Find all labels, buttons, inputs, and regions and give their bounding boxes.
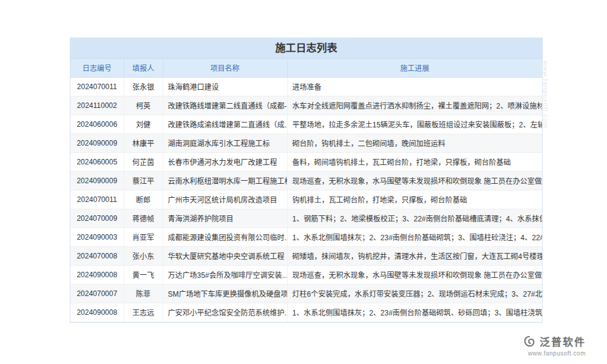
cell-id[interactable]: 2024060005 — [70, 152, 124, 171]
cell-id[interactable]: 2024090009 — [70, 171, 124, 190]
cell-progress: 水车对全线遮阳网覆盖点进行洒水抑制扬尘，裸土覆盖遮阳网；2、喷淋设施材料... — [287, 96, 542, 115]
column-header-progress[interactable]: 施工进展 — [287, 59, 542, 77]
cell-reporter[interactable]: 蔡江平 — [124, 171, 163, 190]
cell-reporter[interactable]: 刘健 — [124, 115, 163, 133]
cell-reporter[interactable]: 何芷茵 — [124, 152, 163, 171]
brand-name: 泛普软件 — [540, 334, 586, 349]
construction-log-panel: 施工日志列表 日志编号 填报人 项目名称 施工进展 2024070011张永银珠… — [70, 38, 543, 323]
cell-reporter[interactable]: 张小东 — [124, 246, 163, 265]
cell-id[interactable]: 2024090008 — [70, 303, 124, 322]
table-row: 2024070008张小东华软大厦研究基地中央空调系统工程砌矮墙，抹间墙灰，钩机… — [70, 246, 542, 265]
table-row: 2024090009林康平湖南洞庭湖水库引水工程施工标砌台阶，钩机排土，二包砌间… — [70, 133, 542, 152]
cell-reporter[interactable]: 张永银 — [124, 77, 163, 96]
table-row: 2024070007陈菲SM广场地下车库更换摄像机及硬盘项目灯柱6个安装完成，水… — [70, 284, 542, 303]
cell-project[interactable]: 广安邓小平纪念馆安全防范系统维护... — [163, 303, 287, 322]
brand-watermark: 泛普软件 www.fanpusoft.com — [523, 334, 586, 357]
cell-project[interactable]: 广州市天河区统计局机房改造项目 — [163, 190, 287, 209]
cell-reporter[interactable]: 肖亚军 — [124, 228, 163, 246]
cell-progress: 钩机排土，瓦工砌台阶，打地梁，只撑板，砌台阶基础 — [287, 190, 542, 209]
table-row: 2024090003肖亚军成都能源建设集团投资有限公司临时...1、水系北侧围墙… — [70, 228, 542, 246]
cell-project[interactable]: 改建铁路线增建第二线直通线（成都-... — [163, 96, 287, 115]
cell-id[interactable]: 2024060006 — [70, 115, 124, 133]
cell-progress: 砌矮墙，抹间墙灰，钩机挖井，清理水井，生活区按门窗，大连瓦工砌4号楼理石板 — [287, 246, 542, 265]
column-header-project-name[interactable]: 项目名称 — [163, 59, 287, 77]
cell-project[interactable]: 华软大厦研究基地中央空调系统工程 — [163, 246, 287, 265]
cell-reporter[interactable]: 陈菲 — [124, 284, 163, 303]
cell-id[interactable]: 2024070007 — [70, 284, 124, 303]
cell-id[interactable]: 2024070009 — [70, 209, 124, 228]
cell-reporter[interactable]: 王志远 — [124, 303, 163, 322]
cell-progress: 现场巡查，无积水现象，水马围壁等未发现损坏和吹倒现象 施工员在办公室做内... — [287, 265, 542, 284]
cell-project[interactable]: 湖南洞庭湖水库引水工程施工标 — [163, 133, 287, 152]
table-row: 2024090008黄一飞万达广场35#会所及咖啡厅空调安装...现场巡查，无积… — [70, 265, 542, 284]
cell-reporter[interactable]: 断郎 — [124, 190, 163, 209]
cell-reporter[interactable]: 柯英 — [124, 96, 163, 115]
cell-reporter[interactable]: 蒋德帧 — [124, 209, 163, 228]
cell-progress: 1、水系北侧围墙抹灰；2、23#南侧台阶基础砌筑、砂砾回填；3、围墙柱浇筑1..… — [287, 303, 542, 322]
cell-project[interactable]: 云南水利枢纽潜明水库一期工程施工标 — [163, 171, 287, 190]
cell-id[interactable]: 2024070008 — [70, 246, 124, 265]
log-table-body: 2024070011张永银珠海鹤港口建设进场准备2024110002柯英改建铁路… — [70, 77, 542, 322]
cell-id[interactable]: 2024070011 — [70, 77, 124, 96]
cell-id[interactable]: 2024070011 — [70, 190, 124, 209]
table-row: 2024090009蔡江平云南水利枢纽潜明水库一期工程施工标现场巡查，无积水现象… — [70, 171, 542, 190]
cell-reporter[interactable]: 林康平 — [124, 133, 163, 152]
cell-progress: 备料，砌间墙钩机排土，瓦工砌台阶，打地梁，只撑板，砌台阶基础 — [287, 152, 542, 171]
column-header-log-id[interactable]: 日志编号 — [70, 59, 124, 77]
cell-progress: 进场准备 — [287, 77, 542, 96]
side-watermark: www.fanpusoft.com — [542, 61, 549, 129]
table-row: 2024110002柯英改建铁路线增建第二线直通线（成都-...水车对全线遮阳网… — [70, 96, 542, 115]
construction-log-table: 日志编号 填报人 项目名称 施工进展 2024070011张永银珠海鹤港口建设进… — [70, 59, 542, 322]
cell-id[interactable]: 2024090009 — [70, 133, 124, 152]
table-row: 2024070009蒋德帧青海洪湖养护院项目1、钢筋下料；2、地梁模板校正；3、… — [70, 209, 542, 228]
cell-id[interactable]: 2024090003 — [70, 228, 124, 246]
cell-progress: 1、水系北侧围墙抹灰；2、23#南侧台阶基础砌筑；3、围墙柱砼浇注；4、22#.… — [287, 228, 542, 246]
cell-id[interactable]: 2024090008 — [70, 265, 124, 284]
fanpu-logo-icon — [523, 335, 536, 348]
cell-project[interactable]: 成都能源建设集团投资有限公司临时... — [163, 228, 287, 246]
cell-project[interactable]: 青海洪湖养护院项目 — [163, 209, 287, 228]
brand-url: www.fanpusoft.com — [523, 350, 586, 357]
page-title: 施工日志列表 — [70, 38, 542, 59]
cell-progress: 灯柱6个安装完成，水系灯带安装变压器；2、现场倒运石材未完成；3、27#北侧..… — [287, 284, 542, 303]
table-row: 2024060005何芷茵长春市伊通河水力发电厂改建工程备料，砌间墙钩机排土，瓦… — [70, 152, 542, 171]
cell-progress: 现场巡查，无积水现象，水马围壁等未发现损坏和吹倒现象 施工员在办公室做内... — [287, 171, 542, 190]
cell-project[interactable]: 改建铁路成渝线增建第二直通线（成... — [163, 115, 287, 133]
cell-progress: 1、钢筋下料；2、地梁模板校正；3、22#南侧台阶基础槽底清理；4、水系抹保..… — [287, 209, 542, 228]
table-row: 2024060006刘健改建铁路成渝线增建第二直通线（成...平整场地，拉走多余… — [70, 115, 542, 133]
cell-project[interactable]: 长春市伊通河水力发电厂改建工程 — [163, 152, 287, 171]
table-row: 2024090008王志远广安邓小平纪念馆安全防范系统维护...1、水系北侧围墙… — [70, 303, 542, 322]
cell-project[interactable]: SM广场地下车库更换摄像机及硬盘项目 — [163, 284, 287, 303]
table-row: 2024070011断郎广州市天河区统计局机房改造项目钩机排土，瓦工砌台阶，打地… — [70, 190, 542, 209]
table-header-row: 日志编号 填报人 项目名称 施工进展 — [70, 59, 542, 77]
cell-reporter[interactable]: 黄一飞 — [124, 265, 163, 284]
cell-project[interactable]: 万达广场35#会所及咖啡厅空调安装... — [163, 265, 287, 284]
cell-project[interactable]: 珠海鹤港口建设 — [163, 77, 287, 96]
cell-id[interactable]: 2024110002 — [70, 96, 124, 115]
cell-progress: 砌台阶，钩机排土，二包砌间墙，晚间加班运料 — [287, 133, 542, 152]
column-header-reporter[interactable]: 填报人 — [124, 59, 163, 77]
cell-progress: 平整场地，拉走多余泥土15辆泥头车，围蔽板班组设过来安装围蔽板；2、左辅道... — [287, 115, 542, 133]
table-row: 2024070011张永银珠海鹤港口建设进场准备 — [70, 77, 542, 96]
